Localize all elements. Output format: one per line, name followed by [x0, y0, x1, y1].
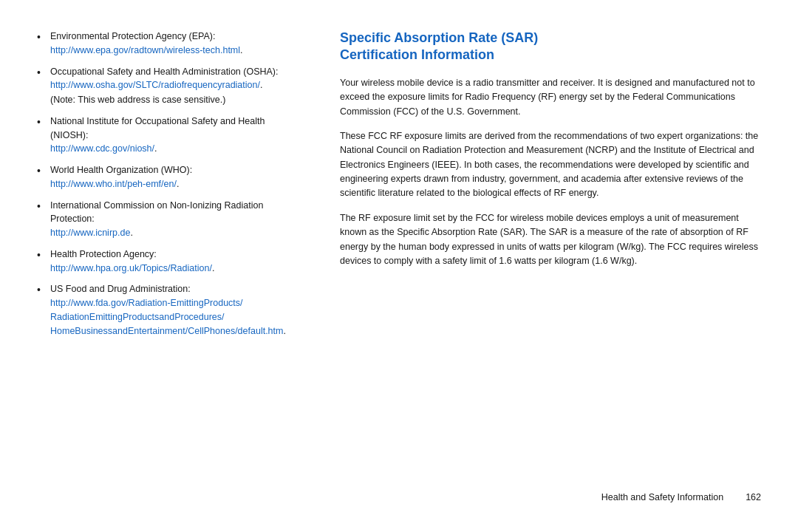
page-container: Environmental Protection Agency (EPA): h…: [0, 0, 798, 532]
paragraph-2: These FCC RF exposure limits are derived…: [340, 129, 761, 201]
fda-link-line2[interactable]: RadiationEmittingProductsandProcedures/: [50, 312, 225, 322]
list-item-icnirp: International Commission on Non-Ionizing…: [37, 199, 303, 240]
list-item-niosh: National Institute for Occupational Safe…: [37, 115, 303, 156]
hpa-label: Health Protection Agency:: [50, 249, 157, 259]
left-column: Environmental Protection Agency (EPA): h…: [37, 30, 310, 482]
right-column: Specific Absorption Rate (SAR) Certifica…: [340, 30, 761, 482]
osha-note: (Note: This web address is case sensitiv…: [50, 93, 303, 107]
paragraph-3: The RF exposure limit set by the FCC for…: [340, 211, 761, 269]
footer-page-number: 162: [746, 492, 761, 502]
icnirp-label: International Commission on Non-Ionizing…: [50, 200, 263, 225]
who-link[interactable]: http://www.who.int/peh-emf/en/: [50, 179, 177, 189]
list-item-hpa: Health Protection Agency: http://www.hpa…: [37, 248, 303, 276]
who-label: World Health Organization (WHO):: [50, 165, 192, 175]
content-area: Environmental Protection Agency (EPA): h…: [37, 30, 761, 482]
epa-label: Environmental Protection Agency (EPA):: [50, 31, 216, 41]
page-footer: Health and Safety Information 162: [37, 485, 761, 502]
section-title-line1: Specific Absorption Rate (SAR): [340, 30, 538, 45]
epa-link[interactable]: http://www.epa.gov/radtown/wireless-tech…: [50, 45, 240, 55]
hpa-link[interactable]: http://www.hpa.org.uk/Topics/Radiation/: [50, 263, 212, 273]
niosh-label: National Institute for Occupational Safe…: [50, 116, 265, 140]
fda-link-line1[interactable]: http://www.fda.gov/Radiation-EmittingPro…: [50, 298, 243, 308]
list-item-fda: US Food and Drug Administration: http://…: [37, 282, 303, 338]
list-item-osha: Occupational Safety and Health Administr…: [37, 65, 303, 107]
osha-link[interactable]: http://www.osha.gov/SLTC/radiofrequencyr…: [50, 80, 260, 90]
list-item-epa: Environmental Protection Agency (EPA): h…: [37, 30, 303, 58]
icnirp-link[interactable]: http://www.icnirp.de: [50, 228, 130, 238]
paragraph-1: Your wireless mobile device is a radio t…: [340, 76, 761, 119]
niosh-link[interactable]: http://www.cdc.gov/niosh/: [50, 143, 154, 154]
osha-label: Occupational Safety and Health Administr…: [50, 66, 278, 77]
fda-label: US Food and Drug Administration:: [50, 284, 191, 294]
fda-link-line3[interactable]: HomeBusinessandEntertainment/CellPhones/…: [50, 326, 283, 336]
section-title: Specific Absorption Rate (SAR) Certifica…: [340, 30, 761, 64]
footer-label: Health and Safety Information: [601, 492, 723, 502]
list-item-who: World Health Organization (WHO): http://…: [37, 163, 303, 191]
section-title-line2: Certification Information: [340, 47, 494, 62]
resource-list: Environmental Protection Agency (EPA): h…: [37, 30, 303, 338]
